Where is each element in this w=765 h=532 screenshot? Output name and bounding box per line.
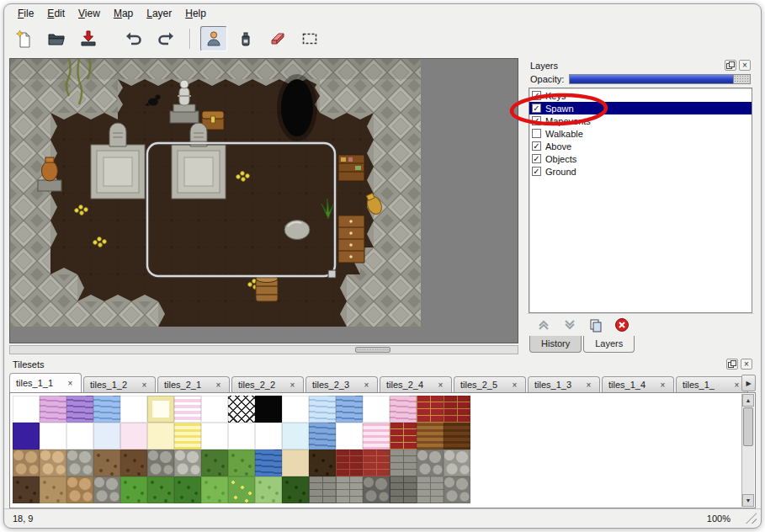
tile-swatch[interactable]	[174, 450, 201, 476]
tile-swatch[interactable]	[417, 423, 444, 450]
opacity-slider-handle[interactable]	[733, 75, 750, 83]
tile-swatch[interactable]	[444, 396, 470, 423]
tile-swatch[interactable]	[363, 423, 390, 450]
tile-swatch[interactable]	[390, 450, 417, 476]
save-button[interactable]	[75, 26, 102, 51]
tile-swatch[interactable]	[363, 396, 390, 423]
tab-close-icon[interactable]: ×	[362, 380, 371, 390]
tile-swatch[interactable]	[417, 396, 444, 423]
tile-swatch[interactable]	[282, 423, 309, 450]
layer-row-mapevents[interactable]: ✓Mapevents	[529, 114, 752, 127]
tile-swatch[interactable]	[282, 450, 309, 476]
tile-swatch[interactable]	[363, 450, 390, 476]
layer-visibility-checkbox[interactable]: ✓	[532, 154, 541, 163]
tile-swatch[interactable]	[228, 450, 255, 476]
tile-swatch[interactable]	[255, 396, 282, 423]
tab-close-icon[interactable]: ×	[510, 380, 519, 390]
tab-close-icon[interactable]: ×	[658, 380, 667, 390]
tile-swatch[interactable]	[147, 476, 174, 503]
tileset-tab-tiles_2_5[interactable]: tiles_2_5×	[454, 376, 526, 392]
tile-swatch[interactable]	[390, 476, 417, 503]
tileset-tab-tiles_1_3[interactable]: tiles_1_3×	[528, 376, 600, 392]
tile-swatch[interactable]	[390, 423, 417, 450]
layer-visibility-checkbox[interactable]: ✓	[532, 91, 541, 100]
tile-swatch[interactable]	[13, 396, 40, 423]
tile-swatch[interactable]	[120, 476, 147, 503]
tilesets-float-button[interactable]	[726, 359, 738, 370]
person-stamp-tool-button[interactable]	[200, 26, 227, 51]
tile-swatch[interactable]	[309, 423, 336, 450]
scroll-thumb[interactable]	[743, 407, 753, 446]
tile-swatch[interactable]	[336, 450, 363, 476]
map-horizontal-scrollbar[interactable]	[9, 345, 518, 354]
tile-swatch[interactable]	[147, 396, 174, 423]
redo-button[interactable]	[152, 26, 179, 51]
tile-swatch[interactable]	[201, 450, 228, 476]
menu-file[interactable]: File	[11, 6, 40, 21]
tile-swatch[interactable]	[201, 423, 228, 450]
layer-visibility-checkbox[interactable]: ✓	[532, 167, 541, 176]
tab-close-icon[interactable]: ×	[214, 380, 223, 390]
layer-row-objects[interactable]: ✓Objects	[529, 152, 752, 165]
tab-close-icon[interactable]: ×	[66, 379, 75, 388]
tile-swatch[interactable]	[93, 450, 120, 476]
menu-layer[interactable]: Layer	[140, 6, 178, 21]
tile-swatch[interactable]	[40, 423, 66, 450]
tileset-tab-tiles_2_2[interactable]: tiles_2_2×	[231, 376, 304, 392]
map-hscroll-thumb[interactable]	[355, 347, 390, 353]
selection-resize-grip[interactable]	[328, 270, 336, 278]
menu-edit[interactable]: Edit	[40, 6, 72, 21]
tile-swatch[interactable]	[444, 450, 470, 476]
tile-swatch[interactable]	[66, 423, 93, 450]
tile-swatch[interactable]	[40, 450, 66, 476]
tile-swatch[interactable]	[174, 476, 201, 503]
dock-tab-layers[interactable]: Layers	[583, 336, 635, 353]
tile-swatch[interactable]	[282, 476, 309, 503]
tile-swatch[interactable]	[417, 450, 444, 476]
tab-close-icon[interactable]: ×	[436, 380, 445, 390]
tile-swatch[interactable]	[336, 423, 363, 450]
tile-swatch[interactable]	[120, 396, 147, 423]
tile-swatch[interactable]	[282, 396, 309, 423]
tile-swatch[interactable]	[40, 396, 66, 423]
tile-swatch[interactable]	[174, 396, 201, 423]
layer-visibility-checkbox[interactable]	[532, 129, 541, 138]
tile-swatch[interactable]	[147, 423, 174, 450]
scroll-up-button[interactable]: ▲	[742, 394, 754, 407]
fill-tool-button[interactable]	[232, 26, 259, 51]
tileset-tab-tiles_2_4[interactable]: tiles_2_4×	[380, 376, 452, 392]
tab-close-icon[interactable]: ×	[288, 380, 297, 390]
tile-swatch[interactable]	[417, 476, 444, 503]
layer-visibility-checkbox[interactable]: ✓	[532, 104, 541, 113]
scroll-track[interactable]	[742, 407, 754, 494]
map-canvas[interactable]	[9, 58, 518, 343]
menu-help[interactable]: Help	[178, 6, 213, 21]
tile-swatch[interactable]	[201, 476, 228, 503]
eraser-tool-button[interactable]	[264, 26, 291, 51]
tile-swatch[interactable]	[120, 450, 147, 476]
tileset-tab-tiles_1_[interactable]: tiles_1_×	[676, 376, 748, 392]
layers-float-button[interactable]	[725, 60, 736, 71]
tile-swatch[interactable]	[66, 450, 93, 476]
tile-swatch[interactable]	[40, 476, 66, 503]
tile-swatch[interactable]	[228, 423, 255, 450]
tile-swatch[interactable]	[93, 423, 120, 450]
new-file-button[interactable]	[11, 26, 38, 51]
tab-scroll-right-button[interactable]: ▶	[741, 375, 756, 391]
tile-swatch[interactable]	[444, 423, 470, 450]
tab-close-icon[interactable]: ×	[140, 380, 149, 390]
tile-swatch[interactable]	[309, 450, 336, 476]
tile-swatch[interactable]	[120, 423, 147, 450]
tab-close-icon[interactable]: ×	[732, 380, 741, 390]
layer-row-keys[interactable]: ✓Keys	[529, 89, 752, 102]
tile-swatch[interactable]	[309, 476, 336, 503]
open-button[interactable]	[43, 26, 70, 51]
tilesets-close-button[interactable]: ×	[741, 359, 752, 370]
layer-delete-button[interactable]	[614, 317, 630, 333]
scroll-down-button[interactable]: ▼	[742, 494, 754, 507]
layer-visibility-checkbox[interactable]: ✓	[532, 116, 541, 125]
tile-swatch[interactable]	[390, 396, 417, 423]
menu-view[interactable]: View	[72, 6, 107, 21]
tile-swatch[interactable]	[93, 396, 120, 423]
layer-row-spawn[interactable]: ✓Spawn	[529, 102, 752, 114]
